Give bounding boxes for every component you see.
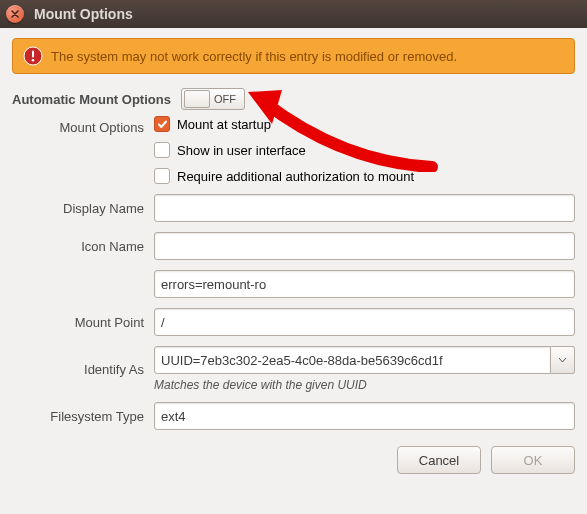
identify-as-select[interactable]: UUID=7eb3c302-2ea5-4c0e-88da-be5639c6cd1… [154, 346, 575, 374]
automatic-mount-toggle[interactable]: OFF [181, 88, 245, 110]
display-name-input[interactable] [154, 194, 575, 222]
mount-point-input[interactable] [154, 308, 575, 336]
ok-button[interactable]: OK [491, 446, 575, 474]
toggle-state: OFF [210, 93, 244, 105]
checkbox-empty-icon [154, 168, 170, 184]
mount-opts-line-input[interactable] [154, 270, 575, 298]
chevron-down-icon [551, 346, 576, 374]
icon-name-input[interactable] [154, 232, 575, 260]
require-auth-row[interactable]: Require additional authorization to moun… [154, 168, 575, 184]
identify-as-label: Identify As [12, 362, 144, 377]
check-label: Mount at startup [177, 117, 271, 132]
check-label: Require additional authorization to moun… [177, 169, 414, 184]
close-icon[interactable] [6, 5, 24, 23]
mount-point-label: Mount Point [12, 315, 144, 330]
svg-point-2 [32, 59, 35, 62]
show-in-ui-row[interactable]: Show in user interface [154, 142, 575, 158]
identify-as-hint: Matches the device with the given UUID [154, 378, 575, 392]
toggle-knob [184, 90, 210, 108]
automatic-mount-label: Automatic Mount Options [12, 92, 171, 107]
window-title: Mount Options [34, 6, 133, 22]
svg-rect-1 [32, 51, 34, 58]
icon-name-label: Icon Name [12, 239, 144, 254]
warning-banner: The system may not work correctly if thi… [12, 38, 575, 74]
display-name-label: Display Name [12, 201, 144, 216]
warning-icon [23, 46, 43, 66]
warning-text: The system may not work correctly if thi… [51, 49, 457, 64]
check-label: Show in user interface [177, 143, 306, 158]
mount-options-label: Mount Options [12, 116, 144, 135]
checkbox-empty-icon [154, 142, 170, 158]
cancel-button[interactable]: Cancel [397, 446, 481, 474]
filesystem-type-label: Filesystem Type [12, 409, 144, 424]
identify-as-value: UUID=7eb3c302-2ea5-4c0e-88da-be5639c6cd1… [154, 346, 551, 374]
checkbox-checked-icon [154, 116, 170, 132]
mount-at-startup-row[interactable]: Mount at startup [154, 116, 575, 132]
titlebar: Mount Options [0, 0, 587, 28]
filesystem-type-input[interactable] [154, 402, 575, 430]
